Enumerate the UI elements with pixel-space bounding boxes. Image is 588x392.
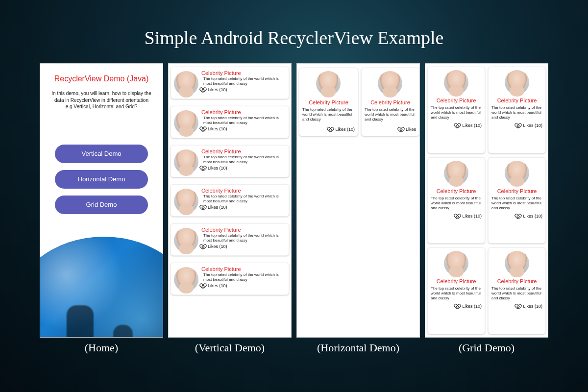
home-screen: RecyclerView Demo (Java) In this demo, y… [40, 63, 163, 338]
card-description: The top rated celebrity of the world whi… [491, 196, 542, 211]
home-buttons: Vertical Demo Horizontal Demo Grid Demo [40, 145, 163, 214]
avatar [378, 71, 402, 96]
avatar [174, 228, 198, 252]
likes[interactable]: Likes (10) [516, 214, 542, 219]
likes[interactable]: Likes (10) [516, 304, 542, 309]
list-item[interactable]: Celebrity Picture The top rated celebrit… [427, 67, 485, 153]
card-description: The top rated celebrity of the world whi… [365, 107, 416, 122]
heart-icon [456, 214, 461, 219]
avatar [174, 71, 198, 96]
heart-icon [456, 304, 461, 309]
card-description: The top rated celebrity of the world whi… [203, 272, 286, 282]
list-item[interactable]: Celebrity Picture The top rated celebrit… [171, 67, 289, 99]
grid-caption: (Grid Demo) [459, 342, 514, 354]
list-item[interactable]: Celebrity Picture The top rated celebrit… [427, 247, 485, 334]
card-description: The top rated celebrity of the world whi… [203, 155, 286, 165]
heart-icon [329, 127, 334, 132]
card-description: The top rated celebrity of the world whi… [203, 76, 286, 86]
home-hero-image [40, 237, 163, 338]
likes[interactable]: Likes (10) [201, 244, 286, 249]
heart-icon [201, 87, 206, 92]
list-item[interactable]: Celebrity Picture The top rated celebrit… [171, 263, 289, 295]
card-title: Celebrity Picture [201, 188, 286, 194]
list-item[interactable]: Celebrity Picture The top rated celebrit… [361, 68, 419, 136]
card-title: Celebrity Picture [370, 99, 410, 105]
list-item[interactable]: Celebrity Picture The top rated celebrit… [171, 106, 289, 138]
list-item[interactable]: Celebrity Picture The top rated celebrit… [171, 145, 289, 177]
horizontal-column: Celebrity Picture The top rated celebrit… [296, 63, 420, 354]
card-title: Celebrity Picture [201, 70, 286, 76]
avatar [174, 110, 198, 135]
card-title: Celebrity Picture [437, 98, 476, 103]
card-title: Celebrity Picture [497, 278, 537, 284]
grid-screen: Celebrity Picture The top rated celebrit… [425, 63, 548, 338]
heart-icon [516, 214, 521, 219]
horizontal-caption: (Horizontal Demo) [317, 342, 399, 354]
card-description: The top rated celebrity of the world whi… [491, 105, 542, 120]
likes[interactable]: Likes [399, 127, 416, 132]
screens-row: RecyclerView Demo (Java) In this demo, y… [0, 63, 588, 354]
card-title: Celebrity Picture [437, 278, 476, 284]
avatar [174, 149, 198, 174]
heart-icon [201, 244, 206, 249]
card-title: Celebrity Picture [497, 98, 537, 103]
likes[interactable]: Likes (10) [456, 214, 482, 219]
heart-icon [516, 123, 521, 128]
vertical-caption: (Vertical Demo) [195, 342, 265, 354]
card-title: Celebrity Picture [201, 266, 286, 272]
page-title: Simple Android RecyclerView Example [0, 27, 588, 49]
card-description: The top rated celebrity of the world whi… [491, 286, 542, 301]
horizontal-demo-button[interactable]: Horizontal Demo [55, 170, 148, 189]
card-description: The top rated celebrity of the world whi… [203, 116, 286, 125]
heart-icon [516, 304, 521, 309]
list-item[interactable]: Celebrity Picture The top rated celebrit… [299, 68, 358, 136]
heart-icon [201, 283, 206, 288]
likes[interactable]: Likes (10) [201, 166, 286, 171]
card-title: Celebrity Picture [201, 109, 286, 115]
home-screen-title: RecyclerView Demo (Java) [40, 74, 163, 83]
list-item[interactable]: Celebrity Picture The top rated celebrit… [427, 157, 485, 244]
avatar [444, 70, 468, 95]
likes[interactable]: Likes (10) [201, 87, 286, 92]
card-title: Celebrity Picture [309, 99, 348, 105]
heart-icon [201, 126, 206, 131]
horizontal-screen: Celebrity Picture The top rated celebrit… [296, 63, 420, 338]
card-description: The top rated celebrity of the world whi… [203, 233, 286, 243]
likes[interactable]: Likes (10) [456, 123, 482, 128]
avatar [505, 70, 529, 95]
card-title: Celebrity Picture [437, 188, 476, 194]
card-description: The top rated celebrity of the world whi… [203, 194, 286, 204]
card-description: The top rated celebrity of the world whi… [431, 196, 482, 211]
card-description: The top rated celebrity of the world whi… [431, 286, 482, 301]
vertical-demo-button[interactable]: Vertical Demo [55, 145, 148, 163]
card-title: Celebrity Picture [497, 188, 537, 194]
list-item[interactable]: Celebrity Picture The top rated celebrit… [488, 157, 546, 244]
likes[interactable]: Likes (10) [329, 127, 355, 132]
avatar [174, 189, 198, 213]
avatar [444, 161, 468, 185]
home-screen-description: In this demo, you will learn, how to dis… [40, 83, 163, 110]
avatar [316, 71, 341, 96]
avatar [505, 251, 529, 275]
avatar [505, 161, 529, 185]
home-caption: (Home) [85, 342, 118, 354]
grid-demo-button[interactable]: Grid Demo [55, 196, 148, 214]
likes[interactable]: Likes (10) [201, 283, 286, 288]
heart-icon [201, 166, 206, 171]
likes[interactable]: Likes (10) [201, 126, 286, 131]
list-item[interactable]: Celebrity Picture The top rated celebrit… [488, 67, 546, 153]
card-description: The top rated celebrity of the world whi… [431, 105, 482, 120]
heart-icon [399, 127, 404, 132]
grid-column: Celebrity Picture The top rated celebrit… [425, 63, 548, 354]
likes[interactable]: Likes (10) [516, 123, 542, 128]
likes[interactable]: Likes (10) [456, 304, 482, 309]
card-title: Celebrity Picture [201, 148, 286, 154]
avatar [174, 267, 198, 292]
vertical-screen: Celebrity Picture The top rated celebrit… [168, 63, 292, 338]
list-item[interactable]: Celebrity Picture The top rated celebrit… [171, 223, 289, 256]
avatar [444, 251, 468, 275]
likes[interactable]: Likes (10) [201, 205, 286, 210]
list-item[interactable]: Celebrity Picture The top rated celebrit… [488, 247, 546, 334]
card-description: The top rated celebrity of the world whi… [302, 107, 355, 122]
list-item[interactable]: Celebrity Picture The top rated celebrit… [171, 184, 289, 217]
